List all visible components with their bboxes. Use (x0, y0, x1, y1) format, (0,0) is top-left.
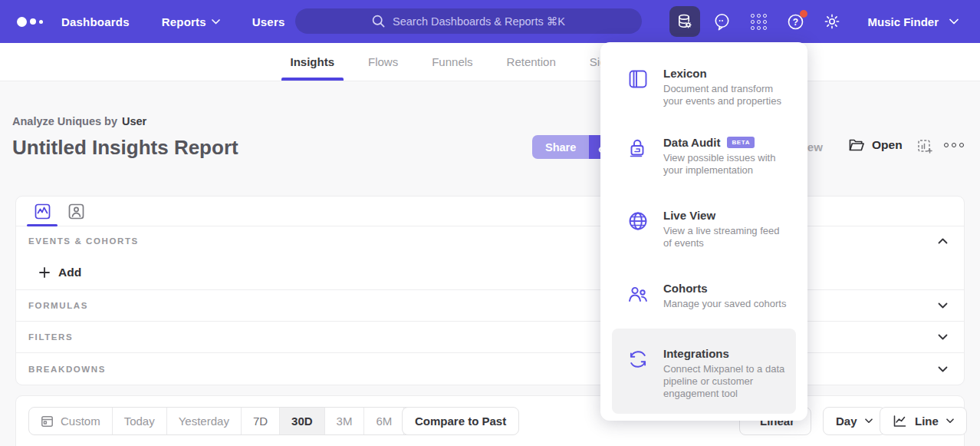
cohorts-title: Cohorts (663, 282, 708, 295)
nav-dashboards[interactable]: Dashboards (61, 15, 130, 28)
data-audit-description: View possible issues with your implement… (663, 152, 790, 177)
tab-flows[interactable]: Flows (351, 43, 415, 81)
search-input[interactable]: Search Dashboards & Reports ⌘K (295, 8, 642, 34)
chevron-down-icon (946, 418, 954, 424)
section-breakdowns[interactable]: BREAKDOWNS (16, 353, 964, 385)
more-actions-button[interactable] (944, 143, 964, 147)
feedback-icon[interactable] (706, 6, 737, 37)
chevron-down-icon[interactable] (938, 366, 948, 372)
date-6m-label: 6M (376, 415, 392, 428)
menu-item-live-view[interactable]: Live View View a live streaming feed of … (612, 201, 796, 257)
date-30d-button-selected[interactable]: 30D (279, 408, 324, 434)
tab-retention[interactable]: Retention (490, 43, 573, 81)
add-label: Add (58, 266, 81, 279)
notification-dot (800, 10, 807, 18)
breakdowns-label: BREAKDOWNS (28, 365, 106, 374)
add-event-button[interactable]: Add (39, 266, 81, 279)
chevron-down-icon (949, 18, 959, 25)
user-profiles-tab[interactable] (59, 197, 93, 226)
padlock-icon (627, 136, 650, 177)
data-management-dropdown: Lexicon Document and transform your even… (600, 42, 807, 421)
apps-grid-icon[interactable] (743, 6, 774, 37)
book-icon (627, 67, 650, 107)
beta-badge: BETA (727, 137, 755, 148)
help-icon[interactable]: ? (780, 6, 811, 37)
open-label: Open (872, 138, 903, 152)
chart-metrics-icon (35, 203, 51, 220)
subtitle-measure[interactable]: User (122, 115, 146, 127)
section-filters[interactable]: FILTERS (16, 322, 964, 353)
top-navigation-bar: Dashboards Reports Users Search Dashboar… (0, 0, 980, 43)
data-audit-title: Data Audit (663, 136, 720, 149)
settings-gear-icon[interactable] (817, 6, 847, 37)
date-today-button[interactable]: Today (112, 408, 166, 434)
subtitle-prefix: Analyze Uniques by (12, 115, 117, 127)
people-icon (627, 282, 650, 310)
menu-item-lexicon[interactable]: Lexicon Document and transform your even… (612, 59, 796, 115)
user-profile-icon (68, 203, 84, 220)
project-switcher[interactable]: Music Finder (867, 15, 959, 28)
date-7d-button[interactable]: 7D (241, 408, 279, 434)
events-add-row: Add (16, 255, 964, 290)
tab-insights[interactable]: Insights (274, 43, 352, 81)
chart-type-dropdown[interactable]: Line (880, 407, 967, 435)
search-icon (372, 15, 385, 28)
search-placeholder: Search Dashboards & Reports ⌘K (393, 15, 565, 28)
date-7d-label: 7D (253, 415, 268, 428)
date-3m-button[interactable]: 3M (324, 408, 364, 434)
nav-reports-label: Reports (162, 15, 206, 28)
nav-users[interactable]: Users (252, 15, 285, 28)
chart-type-label: Line (915, 415, 939, 428)
chevron-down-icon[interactable] (938, 334, 948, 340)
plus-icon (39, 267, 50, 278)
menu-item-integrations[interactable]: Integrations Connect Mixpanel to a data … (612, 329, 796, 414)
live-view-title: Live View (663, 209, 715, 222)
add-to-board-icon[interactable] (917, 139, 934, 156)
query-builder-panel: EVENTS & COHORTS Add FORMULAS FILTERS BR… (15, 196, 965, 385)
date-custom-button[interactable]: Custom (29, 408, 112, 434)
chevron-up-icon[interactable] (938, 238, 948, 244)
share-label: Share (545, 141, 576, 154)
report-subtitle: Analyze Uniques byUser (12, 115, 146, 127)
open-report-button[interactable]: Open (848, 137, 903, 152)
interval-dropdown[interactable]: Day (823, 407, 886, 435)
menu-item-cohorts[interactable]: Cohorts Manage your saved cohorts (612, 274, 796, 318)
menu-item-data-audit[interactable]: Data Audit BETA View possible issues wit… (612, 128, 796, 184)
date-6m-button[interactable]: 6M (363, 408, 403, 434)
share-button[interactable]: Share (532, 135, 589, 159)
cohorts-description: Manage your saved cohorts (663, 298, 786, 310)
compare-label: Compare to Past (415, 415, 506, 428)
section-formulas[interactable]: FORMULAS (16, 290, 964, 322)
chart-controls-panel: Custom Today Yesterday 7D 30D 3M 6M 12M … (15, 395, 965, 446)
globe-icon (627, 209, 650, 249)
topbar-actions: ? Music Finder (669, 0, 980, 43)
tab-flows-label: Flows (368, 55, 398, 68)
calendar-icon (41, 415, 54, 428)
tab-funnels-label: Funnels (432, 55, 472, 68)
interval-label: Day (836, 415, 857, 428)
tab-funnels[interactable]: Funnels (415, 43, 489, 81)
chevron-down-icon[interactable] (938, 302, 948, 309)
data-management-icon[interactable] (669, 6, 700, 37)
report-title[interactable]: Untitled Insights Report (12, 136, 238, 160)
date-yesterday-button[interactable]: Yesterday (166, 408, 241, 434)
events-cohorts-label: EVENTS & COHORTS (28, 236, 139, 246)
app-window: Dashboards Reports Users Search Dashboar… (0, 0, 980, 446)
nav-dashboards-label: Dashboards (61, 15, 130, 28)
section-events-cohorts[interactable]: EVENTS & COHORTS (16, 226, 964, 255)
formulas-label: FORMULAS (28, 301, 88, 310)
mixpanel-logo[interactable] (17, 17, 51, 27)
report-tabs: Insights Flows Funnels Retention Signal … (0, 43, 980, 81)
builder-tabs (16, 197, 964, 226)
integrations-title: Integrations (663, 347, 729, 360)
nav-reports[interactable]: Reports (162, 15, 220, 28)
metrics-tab[interactable] (25, 197, 59, 226)
live-view-description: View a live streaming feed of events (663, 225, 790, 249)
line-chart-icon (893, 415, 907, 428)
folder-open-icon (848, 137, 865, 152)
project-name: Music Finder (867, 15, 939, 28)
nav-users-label: Users (252, 15, 285, 28)
date-range-segmented-control: Custom Today Yesterday 7D 30D 3M 6M 12M (28, 407, 450, 435)
tab-insights-label: Insights (291, 55, 335, 68)
compare-to-past-button[interactable]: Compare to Past (402, 407, 519, 435)
